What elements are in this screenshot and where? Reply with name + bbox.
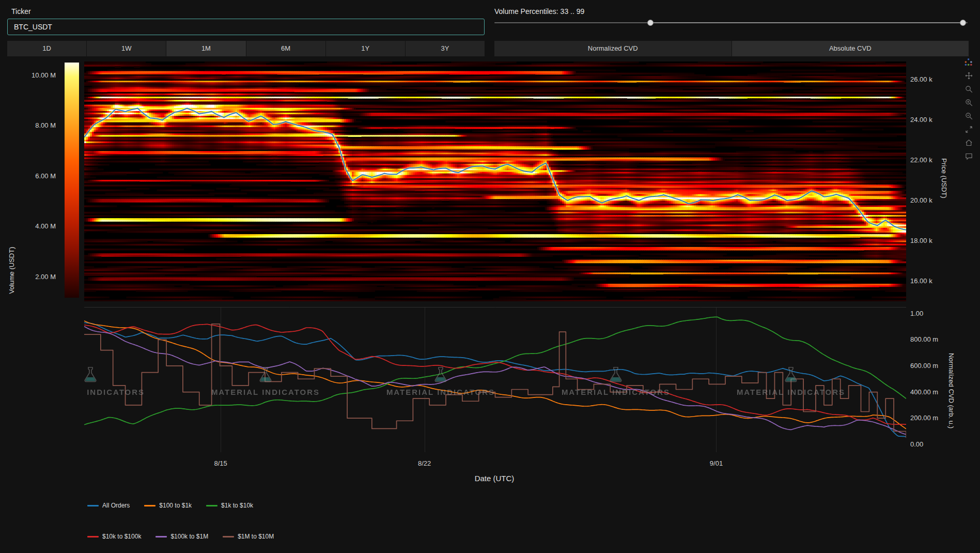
cvd-tick-label: 800.00 m xyxy=(910,335,938,343)
autoscale-icon[interactable] xyxy=(963,124,974,134)
timeframe-button-3y[interactable]: 3Y xyxy=(406,41,485,56)
legend-swatch xyxy=(223,536,234,537)
timeframe-button-group: 1D1W1M6M1Y3Y xyxy=(7,41,485,56)
legend-label: $100 to $1k xyxy=(159,502,192,509)
legend-item--1k-to-10k[interactable]: $1k to $10k xyxy=(206,502,253,509)
price-tick-label: 26.00 k xyxy=(910,75,932,83)
legend-item--1m-to-10m[interactable]: $1M to $10M xyxy=(223,533,274,540)
legend-row: All Orders$100 to $1k$1k to $10k xyxy=(87,501,253,510)
ticker-input[interactable] xyxy=(7,19,485,35)
price-tick-label: 24.00 k xyxy=(910,116,932,124)
timeframe-button-1m[interactable]: 1M xyxy=(166,41,245,56)
timeframe-button-1d[interactable]: 1D xyxy=(7,41,86,56)
legend-item--100k-to-1m[interactable]: $100k to $1M xyxy=(155,533,208,540)
plotly-modebar xyxy=(961,57,976,161)
legend-swatch xyxy=(87,536,99,537)
price-tick-label: 16.00 k xyxy=(910,277,932,285)
legend-row: $10k to $100k$100k to $1M$1M to $10M xyxy=(87,532,274,541)
legend-label: $1M to $10M xyxy=(238,533,274,540)
firecharts-app: Ticker Volume Percentiles: 33 .. 99 1D1W… xyxy=(0,0,980,553)
slider-range xyxy=(650,22,963,23)
cvd-axis-title: Normalized CVD (arb. u.) xyxy=(947,353,955,428)
colorbar xyxy=(65,63,79,298)
legend-item-all-orders[interactable]: All Orders xyxy=(87,502,130,509)
legend-item--100-to-1k[interactable]: $100 to $1k xyxy=(144,502,192,509)
legend-label: $100k to $1M xyxy=(170,533,208,540)
legend-swatch xyxy=(206,505,217,506)
timeframe-button-1y[interactable]: 1Y xyxy=(326,41,405,56)
plotly-logo-icon[interactable] xyxy=(963,57,974,67)
price-tick-label: 20.00 k xyxy=(910,196,932,204)
legend-label: $1k to $10k xyxy=(221,502,253,509)
reset-axes-icon[interactable] xyxy=(963,137,974,148)
legend-label: All Orders xyxy=(102,502,130,509)
volume-tick-label: 2.00 M xyxy=(22,273,56,281)
price-axis-title: Price (USDT) xyxy=(940,158,948,198)
slider-handle-low[interactable] xyxy=(647,20,654,26)
pan-icon[interactable] xyxy=(963,70,974,81)
timeframe-button-6m[interactable]: 6M xyxy=(246,41,325,56)
cvd-mode-button-normalized-cvd[interactable]: Normalized CVD xyxy=(494,41,732,56)
hover-icon[interactable] xyxy=(963,151,974,161)
legend-label: $10k to $100k xyxy=(102,533,141,540)
legend-swatch xyxy=(87,505,99,506)
box-zoom-icon[interactable] xyxy=(963,84,974,94)
volume-tick-label: 10.00 M xyxy=(22,71,56,79)
legend-swatch xyxy=(144,505,155,506)
volume-tick-label: 8.00 M xyxy=(22,121,56,129)
cvd-mode-button-absolute-cvd[interactable]: Absolute CVD xyxy=(732,41,969,56)
timeframe-button-1w[interactable]: 1W xyxy=(87,41,166,56)
zoom-in-icon[interactable] xyxy=(963,97,974,107)
date-tick-label: 9/01 xyxy=(703,459,729,467)
volume-percentiles-slider[interactable] xyxy=(494,19,968,27)
ticker-label: Ticker xyxy=(11,7,31,16)
legend-swatch xyxy=(155,536,167,537)
cvd-tick-label: 600.00 m xyxy=(910,362,938,370)
price-tick-label: 18.00 k xyxy=(910,237,932,244)
volume-tick-label: 4.00 M xyxy=(22,222,56,230)
volume-tick-label: 6.00 M xyxy=(22,172,56,180)
liquidity-heatmap-canvas[interactable] xyxy=(84,62,906,301)
cvd-tick-label: 1.00 xyxy=(910,310,923,317)
cvd-tick-label: 400.00 m xyxy=(910,388,938,396)
cvd-tick-label: 200.00 m xyxy=(910,414,938,422)
x-axis-title: Date (UTC) xyxy=(463,474,525,483)
zoom-out-icon[interactable] xyxy=(963,111,974,121)
legend-item--10k-to-100k[interactable]: $10k to $100k xyxy=(87,533,141,540)
date-tick-label: 8/22 xyxy=(412,459,438,467)
volume-axis-title: Volume (USDT) xyxy=(8,247,15,294)
slider-handle-high[interactable] xyxy=(960,20,966,26)
price-tick-label: 22.00 k xyxy=(910,156,932,164)
date-tick-label: 8/15 xyxy=(208,459,234,467)
cvd-mode-button-group: Normalized CVDAbsolute CVD xyxy=(494,41,969,56)
cvd-chart-canvas[interactable] xyxy=(84,307,906,452)
volume-percentiles-label: Volume Percentiles: 33 .. 99 xyxy=(494,7,584,16)
cvd-tick-label: 0.00 xyxy=(910,440,923,448)
